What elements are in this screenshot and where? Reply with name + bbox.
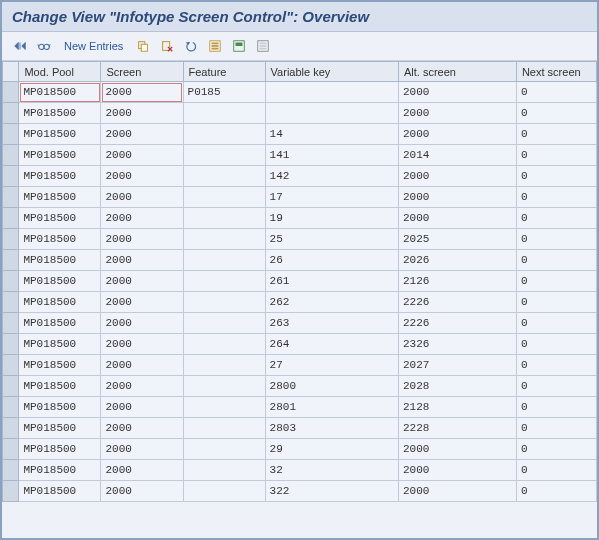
cell-alt-screen[interactable]: 2000 [398, 82, 516, 103]
cell-next-screen[interactable]: 0 [516, 250, 596, 271]
cell-feature[interactable]: P0185 [183, 82, 265, 103]
cell-feature[interactable] [183, 250, 265, 271]
cell-variable-key[interactable]: 19 [265, 208, 398, 229]
cell-screen[interactable]: 2000 [101, 250, 183, 271]
cell-feature[interactable] [183, 166, 265, 187]
copy-icon[interactable] [133, 36, 153, 56]
cell-screen[interactable]: 2000 [101, 271, 183, 292]
cell-variable-key[interactable]: 2800 [265, 376, 398, 397]
cell-feature[interactable] [183, 103, 265, 124]
cell-screen[interactable]: 2000 [101, 460, 183, 481]
row-selector[interactable] [3, 355, 19, 376]
cell-screen[interactable]: 2000 [101, 397, 183, 418]
cell-feature[interactable] [183, 208, 265, 229]
cell-feature[interactable] [183, 418, 265, 439]
cell-next-screen[interactable]: 0 [516, 208, 596, 229]
cell-variable-key[interactable]: 262 [265, 292, 398, 313]
cell-mod-pool[interactable]: MP018500 [19, 82, 101, 103]
cell-screen[interactable]: 2000 [101, 166, 183, 187]
cell-alt-screen[interactable]: 2000 [398, 208, 516, 229]
cell-variable-key[interactable]: 2803 [265, 418, 398, 439]
cell-next-screen[interactable]: 0 [516, 334, 596, 355]
cell-mod-pool[interactable]: MP018500 [19, 418, 101, 439]
cell-next-screen[interactable]: 0 [516, 439, 596, 460]
cell-alt-screen[interactable]: 2326 [398, 334, 516, 355]
cell-variable-key[interactable]: 322 [265, 481, 398, 502]
cell-mod-pool[interactable]: MP018500 [19, 250, 101, 271]
cell-screen[interactable]: 2000 [101, 376, 183, 397]
table-row[interactable]: MP01850020001720000 [3, 187, 597, 208]
cell-screen[interactable]: 2000 [101, 292, 183, 313]
cell-variable-key[interactable]: 26 [265, 250, 398, 271]
cell-mod-pool[interactable]: MP018500 [19, 124, 101, 145]
table-row[interactable]: MP018500200026222260 [3, 292, 597, 313]
undo-icon[interactable] [181, 36, 201, 56]
new-entries-button[interactable]: New Entries [58, 38, 129, 54]
table-row[interactable]: MP018500200014120140 [3, 145, 597, 166]
cell-variable-key[interactable] [265, 82, 398, 103]
cell-next-screen[interactable]: 0 [516, 397, 596, 418]
cell-variable-key[interactable]: 141 [265, 145, 398, 166]
cell-screen[interactable]: 2000 [101, 124, 183, 145]
cell-alt-screen[interactable]: 2027 [398, 355, 516, 376]
row-selector[interactable] [3, 376, 19, 397]
row-selector[interactable] [3, 103, 19, 124]
row-selector[interactable] [3, 418, 19, 439]
cell-feature[interactable] [183, 334, 265, 355]
select-block-icon[interactable] [229, 36, 249, 56]
cell-variable-key[interactable]: 261 [265, 271, 398, 292]
row-selector[interactable] [3, 124, 19, 145]
cell-variable-key[interactable]: 17 [265, 187, 398, 208]
deselect-icon[interactable] [253, 36, 273, 56]
cell-next-screen[interactable]: 0 [516, 166, 596, 187]
cell-alt-screen[interactable]: 2000 [398, 187, 516, 208]
row-selector[interactable] [3, 229, 19, 250]
table-row[interactable]: MP01850020002620260 [3, 250, 597, 271]
copy-delete-icon[interactable] [157, 36, 177, 56]
cell-screen[interactable]: 2000 [101, 313, 183, 334]
row-selector[interactable] [3, 397, 19, 418]
row-selector[interactable] [3, 334, 19, 355]
col-alt-screen[interactable]: Alt. screen [398, 62, 516, 82]
cell-mod-pool[interactable]: MP018500 [19, 397, 101, 418]
cell-variable-key[interactable]: 142 [265, 166, 398, 187]
cell-alt-screen[interactable]: 2000 [398, 124, 516, 145]
col-screen[interactable]: Screen [101, 62, 183, 82]
cell-variable-key[interactable] [265, 103, 398, 124]
cell-feature[interactable] [183, 397, 265, 418]
cell-alt-screen[interactable]: 2025 [398, 229, 516, 250]
cell-next-screen[interactable]: 0 [516, 124, 596, 145]
table-row[interactable]: MP01850020001920000 [3, 208, 597, 229]
cell-screen[interactable]: 2000 [101, 334, 183, 355]
cell-mod-pool[interactable]: MP018500 [19, 439, 101, 460]
cell-mod-pool[interactable]: MP018500 [19, 208, 101, 229]
cell-screen[interactable]: 2000 [101, 229, 183, 250]
cell-screen[interactable]: 2000 [101, 418, 183, 439]
cell-feature[interactable] [183, 460, 265, 481]
cell-mod-pool[interactable]: MP018500 [19, 187, 101, 208]
cell-variable-key[interactable]: 29 [265, 439, 398, 460]
cell-feature[interactable] [183, 292, 265, 313]
cell-alt-screen[interactable]: 2226 [398, 292, 516, 313]
cell-variable-key[interactable]: 25 [265, 229, 398, 250]
cell-mod-pool[interactable]: MP018500 [19, 460, 101, 481]
cell-mod-pool[interactable]: MP018500 [19, 334, 101, 355]
row-selector[interactable] [3, 166, 19, 187]
cell-variable-key[interactable]: 32 [265, 460, 398, 481]
cell-alt-screen[interactable]: 2000 [398, 103, 516, 124]
cell-mod-pool[interactable]: MP018500 [19, 355, 101, 376]
cell-alt-screen[interactable]: 2000 [398, 166, 516, 187]
table-row[interactable]: MP01850020002920000 [3, 439, 597, 460]
cell-mod-pool[interactable]: MP018500 [19, 271, 101, 292]
cell-feature[interactable] [183, 355, 265, 376]
row-selector[interactable] [3, 460, 19, 481]
cell-next-screen[interactable]: 0 [516, 187, 596, 208]
tool-expand-icon[interactable] [10, 36, 30, 56]
cell-next-screen[interactable]: 0 [516, 355, 596, 376]
cell-screen[interactable]: 2000 [101, 145, 183, 166]
cell-variable-key[interactable]: 2801 [265, 397, 398, 418]
table-row[interactable]: MP01850020002720270 [3, 355, 597, 376]
table-row[interactable]: MP018500200026121260 [3, 271, 597, 292]
cell-next-screen[interactable]: 0 [516, 418, 596, 439]
cell-mod-pool[interactable]: MP018500 [19, 229, 101, 250]
